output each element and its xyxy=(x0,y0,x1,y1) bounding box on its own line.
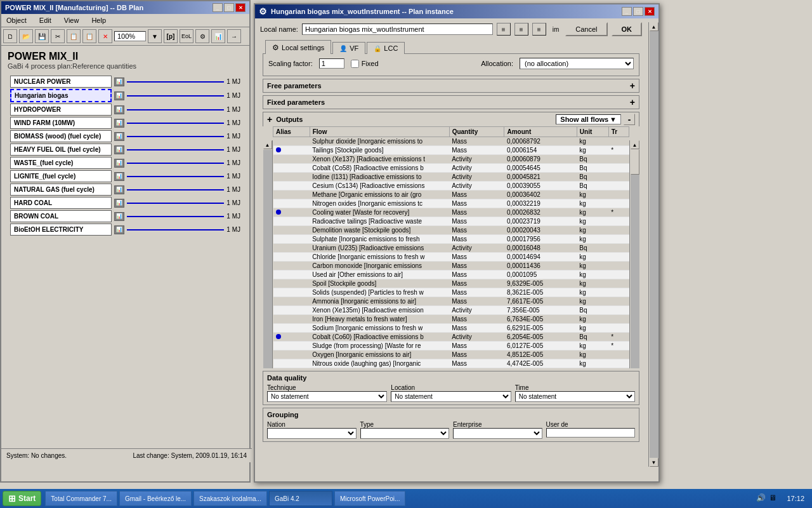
table-row[interactable]: Sulphate [Inorganic emissions to freshMa… xyxy=(273,235,629,244)
taskbar-btn-4[interactable]: Microsoft PowerPoi... xyxy=(334,491,405,506)
cut-btn[interactable]: ✂ xyxy=(51,29,65,43)
table-row[interactable]: Cesium (Cs134) [Radioactive emissionsAct… xyxy=(273,182,629,190)
new-btn[interactable]: 🗋 xyxy=(3,29,17,43)
outputs-expand-btn[interactable]: + xyxy=(267,114,272,124)
show-all-btn[interactable]: Show all flows ▼ xyxy=(556,114,621,124)
align-center-btn[interactable]: ≡ xyxy=(514,23,528,36)
table-row[interactable]: Sludge (from processing) [Waste for reMa… xyxy=(273,342,629,351)
zoom-box[interactable]: 100% xyxy=(114,31,146,41)
local-name-input[interactable] xyxy=(302,23,493,35)
table-row[interactable]: Cobalt (Co58) [Radioactive emissions bAc… xyxy=(273,164,629,173)
ok-button[interactable]: OK xyxy=(612,22,643,36)
table-row[interactable]: Sodium [Inorganic emissions to fresh wMa… xyxy=(273,324,629,333)
energy-label-2[interactable]: HYDROPOWER xyxy=(10,104,112,116)
energy-label-0[interactable]: NUCLEAR POWER xyxy=(10,76,112,88)
scaling-input[interactable] xyxy=(319,58,344,69)
table-row[interactable]: Sulphur dioxide [Inorganic emissions toM… xyxy=(273,137,629,146)
table-row[interactable]: Used air [Other emissions to air]Mass0,0… xyxy=(273,271,629,279)
table-row[interactable]: Iodine (I131) [Radioactive emissions toA… xyxy=(273,173,629,182)
cancel-button[interactable]: Cancel xyxy=(565,22,607,36)
p-btn[interactable]: [p] xyxy=(164,29,178,43)
taskbar-btn-1[interactable]: Gmail - Beérkező le... xyxy=(119,491,192,506)
zoom-dropdown[interactable]: ▼ xyxy=(148,29,162,43)
dialog-vscroll-down[interactable]: ▼ xyxy=(650,458,658,467)
energy-label-10[interactable]: BROWN COAL xyxy=(10,210,112,222)
energy-label-3[interactable]: WIND FARM (10MW) xyxy=(10,117,112,129)
tab-local-settings[interactable]: ⚙ Local settings xyxy=(265,40,331,54)
minimize-button[interactable]: _ xyxy=(213,3,223,12)
table-row[interactable]: Carbon monoxide [Inorganic emissionsMass… xyxy=(273,262,629,271)
energy-label-1[interactable]: Hungarian biogas xyxy=(10,89,112,102)
copy-btn[interactable]: 📋 xyxy=(67,29,81,43)
table-row[interactable]: Ammonia [Inorganic emissions to air]Mass… xyxy=(273,297,629,306)
energy-label-11[interactable]: BioEtOH ELECTRICITY xyxy=(10,224,112,236)
align-left-btn[interactable]: ≡ xyxy=(497,23,511,36)
time-select[interactable]: No statement xyxy=(515,391,635,402)
energy-label-5[interactable]: HEAVY FUEL OIL (fuel cycle) xyxy=(10,144,112,156)
table-row[interactable]: Iron [Heavy metals to fresh water]Mass6,… xyxy=(273,315,629,324)
type-select[interactable] xyxy=(360,428,450,439)
table-row[interactable]: Tailings [Stockpile goods]Mass0,0006154k… xyxy=(273,146,629,155)
menu-view[interactable]: View xyxy=(60,15,83,25)
table-row[interactable]: Xenon (Xe137) [Radioactive emissions tAc… xyxy=(273,155,629,164)
vscroll-up[interactable]: ▲ xyxy=(631,140,639,149)
user-de-input[interactable] xyxy=(546,428,636,438)
taskbar-btn-3[interactable]: GaBi 4.2 xyxy=(269,491,332,506)
table-row[interactable]: Demolition waste [Stockpile goods]Mass0,… xyxy=(273,226,629,235)
table-row[interactable]: Cobalt (Co60) [Radioactive emissions bAc… xyxy=(273,333,629,342)
show-all-dropdown-icon[interactable]: ▼ xyxy=(610,116,617,123)
vscroll-thumb[interactable] xyxy=(631,149,639,175)
table-row[interactable]: Nitrous oxide (laughing gas) [InorganicM… xyxy=(273,359,629,368)
table-row[interactable]: Solids (suspended) [Particles to fresh w… xyxy=(273,288,629,297)
dialog-maximize-button[interactable]: □ xyxy=(633,7,643,16)
arrow-btn[interactable]: → xyxy=(227,29,241,43)
tab-vf[interactable]: 👤 VF xyxy=(332,42,365,54)
allocation-select[interactable]: (no allocation) xyxy=(520,58,634,69)
align-right-btn[interactable]: ≡ xyxy=(532,23,546,36)
dialog-minimize-button[interactable]: _ xyxy=(622,7,632,16)
table-row[interactable]: Spoil [Stockpile goods]Mass9,6329E-005kg xyxy=(273,279,629,288)
free-params-plus[interactable]: + xyxy=(630,81,635,91)
fixed-params-header[interactable]: Fixed parameters + xyxy=(263,95,639,109)
dialog-vscroll-up[interactable]: ▲ xyxy=(650,22,658,31)
table-row[interactable]: Radioactive tailings [Radioactive wasteM… xyxy=(273,217,629,226)
table-row[interactable]: Cooling water [Waste for recovery]Mass0,… xyxy=(273,208,629,217)
table-row[interactable]: Nitrogen oxides [Inorganic emissions tcM… xyxy=(273,199,629,208)
tab-lcc[interactable]: 🔒 LCC xyxy=(367,42,405,54)
energy-label-6[interactable]: WASTE_(fuel cycle) xyxy=(10,157,112,169)
energy-label-9[interactable]: HARD COAL xyxy=(10,197,112,209)
menu-object[interactable]: Object xyxy=(3,15,30,25)
location-select[interactable]: No statement xyxy=(391,391,511,402)
menu-edit[interactable]: Edit xyxy=(36,15,55,25)
taskbar-btn-2[interactable]: Szakaszok irodalma... xyxy=(193,491,267,506)
energy-label-7[interactable]: LIGNITE_(fuel cycle) xyxy=(10,170,112,182)
technique-select[interactable]: No statement xyxy=(267,391,387,402)
taskbar-btn-0[interactable]: Total Commander 7... xyxy=(45,491,117,506)
table-row[interactable]: Chloride [Inorganic emissions to fresh w… xyxy=(273,253,629,262)
start-button[interactable]: ⊞ Start xyxy=(3,491,41,506)
table-row[interactable]: Xenon (Xe135m) [Radioactive emissionActi… xyxy=(273,306,629,315)
export-btn[interactable]: 📊 xyxy=(211,29,225,43)
menu-help[interactable]: Help xyxy=(88,15,110,25)
open-btn[interactable]: 📂 xyxy=(19,29,33,43)
fixed-params-plus[interactable]: + xyxy=(630,97,635,107)
table-row[interactable]: Oxygen [Inorganic emissions to air]Mass4… xyxy=(273,351,629,359)
free-params-header[interactable]: Free parameters + xyxy=(263,79,639,93)
fixed-checkbox[interactable] xyxy=(351,60,359,68)
energy-label-4[interactable]: BIOMASS (wood) (fuel cycle) xyxy=(10,130,112,142)
table-row[interactable]: Uranium (U235) [Radioactive emissionsAct… xyxy=(273,244,629,253)
dialog-close-button[interactable]: ✕ xyxy=(645,7,655,16)
nation-select[interactable] xyxy=(267,428,357,439)
close-button[interactable]: ✕ xyxy=(235,3,246,12)
outputs-minus-btn[interactable]: - xyxy=(624,114,635,125)
table-row[interactable]: Methane [Organic emissions to air (groMa… xyxy=(273,190,629,199)
scroll-nav-up[interactable]: ▲ xyxy=(263,140,272,149)
maximize-button[interactable]: □ xyxy=(224,3,234,12)
enterprise-select[interactable] xyxy=(453,428,542,439)
delete-btn[interactable]: ✕ xyxy=(98,29,112,43)
calc-btn[interactable]: ⚙ xyxy=(195,29,209,43)
eol-btn[interactable]: EoL xyxy=(180,29,193,43)
save-btn[interactable]: 💾 xyxy=(35,29,49,43)
paste-btn[interactable]: 📋 xyxy=(82,29,96,43)
energy-label-8[interactable]: NATURAL GAS (fuel cycle) xyxy=(10,184,112,196)
